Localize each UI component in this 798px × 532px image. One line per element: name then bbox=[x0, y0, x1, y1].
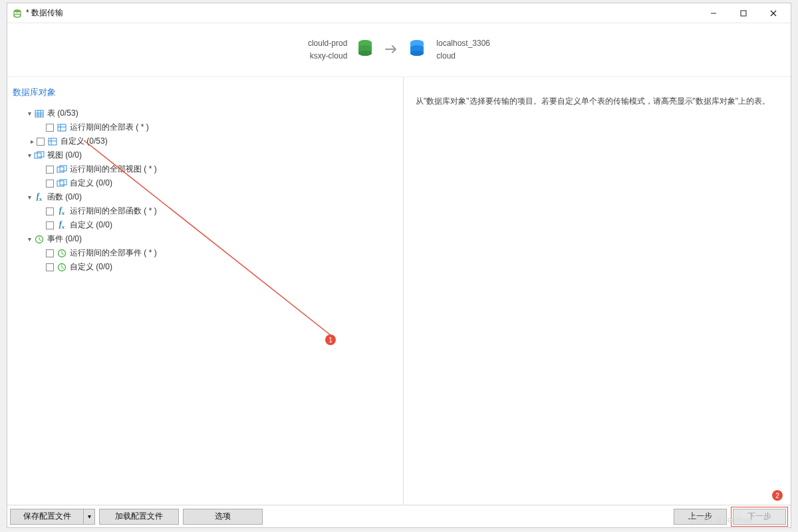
svg-line-34 bbox=[62, 253, 64, 255]
window-title: * 数据传输 bbox=[26, 7, 698, 19]
save-profile-split-button: 保存配置文件 ▾ bbox=[10, 509, 95, 525]
function-icon: fx bbox=[57, 219, 67, 230]
chevron-down-icon[interactable]: ▾ bbox=[25, 110, 34, 117]
svg-point-1 bbox=[14, 14, 21, 17]
chevron-down-icon[interactable]: ▾ bbox=[25, 152, 34, 159]
checkbox[interactable] bbox=[46, 263, 54, 271]
svg-point-8 bbox=[358, 51, 372, 56]
svg-line-31 bbox=[39, 239, 41, 241]
svg-rect-24 bbox=[37, 152, 44, 157]
tree-node-views[interactable]: ▾ 视图 (0/0) bbox=[13, 148, 398, 162]
checkbox[interactable] bbox=[46, 249, 54, 257]
svg-point-11 bbox=[410, 51, 424, 56]
object-tree[interactable]: ▾ 表 (0/53) 运行期间的全部表 ( * ) ▸ 自定义 (0/53) bbox=[13, 106, 398, 274]
tree-label: 事件 (0/0) bbox=[47, 233, 82, 245]
window-controls bbox=[698, 4, 788, 23]
function-icon: fx bbox=[34, 192, 45, 202]
tree-node-tables-custom[interactable]: ▸ 自定义 (0/53) bbox=[13, 134, 398, 148]
object-tree-pane: 数据库对象 ▾ 表 (0/53) 运行期间的全部表 ( * ) ▸ bbox=[7, 77, 404, 505]
footer-bar: 保存配置文件 ▾ 加载配置文件 选项 上一步 下一步 bbox=[7, 505, 791, 527]
chevron-down-icon[interactable]: ▾ bbox=[25, 194, 34, 201]
checkbox[interactable] bbox=[46, 207, 54, 215]
chevron-down-icon[interactable]: ▾ bbox=[25, 235, 34, 243]
tree-node-functions[interactable]: ▾ fx 函数 (0/0) bbox=[13, 190, 398, 204]
event-icon bbox=[34, 235, 45, 244]
next-button-highlight: 下一步 bbox=[731, 507, 788, 527]
target-name: localhost_3306 bbox=[436, 37, 490, 50]
target-schema: cloud bbox=[436, 50, 490, 63]
svg-rect-12 bbox=[35, 110, 43, 117]
save-profile-dropdown-button[interactable]: ▾ bbox=[83, 509, 95, 525]
table-icon bbox=[57, 123, 67, 132]
source-name: clould-prod bbox=[308, 37, 347, 50]
svg-rect-26 bbox=[60, 166, 66, 171]
svg-rect-20 bbox=[49, 138, 57, 145]
view-icon bbox=[34, 151, 45, 160]
minimize-button[interactable] bbox=[698, 4, 728, 23]
tree-label: 自定义 (0/0) bbox=[70, 178, 112, 189]
close-button[interactable] bbox=[758, 4, 788, 23]
tree-node-tables-all[interactable]: 运行期间的全部表 ( * ) bbox=[13, 120, 398, 134]
maximize-button[interactable] bbox=[728, 4, 758, 23]
tree-node-events[interactable]: ▾ 事件 (0/0) bbox=[13, 232, 398, 246]
tree-node-tables[interactable]: ▾ 表 (0/53) bbox=[13, 106, 398, 120]
svg-point-0 bbox=[14, 9, 21, 12]
svg-rect-28 bbox=[60, 180, 66, 185]
view-icon bbox=[57, 179, 67, 188]
checkbox[interactable] bbox=[46, 221, 54, 229]
source-connection-text: clould-prod ksxy-cloud bbox=[308, 37, 347, 63]
info-pane: 从"数据库对象"选择要传输的项目。若要自定义单个表的传输模式，请高亮显示"数据库… bbox=[404, 77, 791, 505]
svg-rect-25 bbox=[57, 167, 64, 172]
target-connection-text: localhost_3306 cloud bbox=[436, 37, 490, 63]
checkbox[interactable] bbox=[37, 138, 45, 146]
body-split: 数据库对象 ▾ 表 (0/53) 运行期间的全部表 ( * ) ▸ bbox=[7, 76, 791, 505]
data-transfer-window: * 数据传输 clould-prod ksxy-cloud localhost_… bbox=[7, 3, 791, 528]
chevron-right-icon[interactable]: ▸ bbox=[27, 138, 37, 145]
tree-node-functions-custom[interactable]: fx 自定义 (0/0) bbox=[13, 218, 398, 232]
checkbox[interactable] bbox=[46, 124, 54, 132]
svg-rect-3 bbox=[741, 11, 746, 16]
tree-label: 视图 (0/0) bbox=[47, 150, 82, 161]
tree-node-views-custom[interactable]: 自定义 (0/0) bbox=[13, 176, 398, 190]
tree-label: 自定义 (0/0) bbox=[70, 219, 112, 231]
checkbox[interactable] bbox=[46, 166, 54, 174]
app-icon bbox=[13, 9, 22, 18]
instruction-text: 从"数据库对象"选择要传输的项目。若要自定义单个表的传输模式，请高亮显示"数据库… bbox=[416, 94, 779, 109]
svg-line-37 bbox=[62, 267, 64, 269]
event-icon bbox=[57, 263, 67, 272]
table-icon bbox=[34, 109, 45, 118]
view-icon bbox=[57, 165, 67, 174]
tree-label: 自定义 (0/0) bbox=[70, 261, 112, 273]
tree-label: 自定义 (0/53) bbox=[61, 136, 108, 147]
titlebar: * 数据传输 bbox=[7, 3, 791, 23]
tree-label: 函数 (0/0) bbox=[47, 192, 82, 203]
tree-label: 运行期间的全部事件 ( * ) bbox=[70, 247, 157, 259]
checkbox[interactable] bbox=[46, 180, 54, 188]
tree-label: 运行期间的全部函数 ( * ) bbox=[70, 205, 157, 217]
source-database-icon bbox=[356, 39, 375, 61]
target-database-icon bbox=[408, 39, 427, 61]
options-button[interactable]: 选项 bbox=[183, 509, 263, 525]
prev-button[interactable]: 上一步 bbox=[674, 509, 727, 525]
arrow-right-icon bbox=[384, 44, 399, 57]
table-icon bbox=[47, 137, 58, 146]
connection-header: clould-prod ksxy-cloud localhost_3306 cl… bbox=[7, 23, 791, 76]
tree-node-events-all[interactable]: 运行期间的全部事件 ( * ) bbox=[13, 246, 398, 260]
event-icon bbox=[57, 249, 67, 258]
tree-label: 表 (0/53) bbox=[47, 108, 78, 119]
next-button[interactable]: 下一步 bbox=[733, 509, 786, 525]
function-icon: fx bbox=[57, 205, 67, 216]
source-schema: ksxy-cloud bbox=[308, 50, 347, 63]
svg-rect-17 bbox=[58, 124, 66, 131]
tree-label: 运行期间的全部视图 ( * ) bbox=[70, 164, 157, 175]
save-profile-button[interactable]: 保存配置文件 bbox=[10, 509, 83, 525]
section-title: 数据库对象 bbox=[13, 86, 398, 98]
load-profile-button[interactable]: 加载配置文件 bbox=[99, 509, 179, 525]
svg-rect-23 bbox=[35, 153, 41, 158]
tree-label: 运行期间的全部表 ( * ) bbox=[70, 122, 149, 133]
tree-node-functions-all[interactable]: fx 运行期间的全部函数 ( * ) bbox=[13, 204, 398, 218]
tree-node-views-all[interactable]: 运行期间的全部视图 ( * ) bbox=[13, 162, 398, 176]
tree-node-events-custom[interactable]: 自定义 (0/0) bbox=[13, 260, 398, 274]
svg-rect-27 bbox=[57, 181, 64, 186]
